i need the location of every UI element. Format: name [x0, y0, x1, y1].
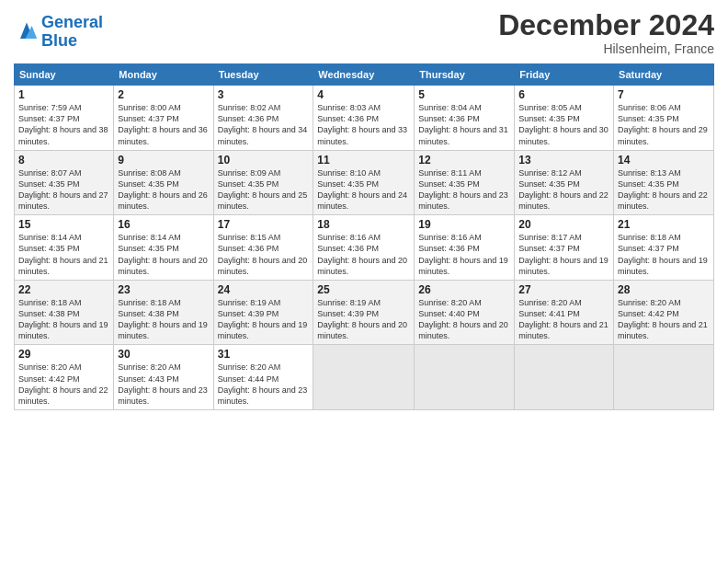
- day-info: Sunrise: 8:03 AM Sunset: 4:36 PM Dayligh…: [317, 102, 410, 147]
- calendar-row-1: 1 Sunrise: 7:59 AM Sunset: 4:37 PM Dayli…: [15, 86, 714, 151]
- day-cell-12: 12 Sunrise: 8:11 AM Sunset: 4:35 PM Dayl…: [415, 150, 515, 215]
- day-number: 1: [18, 88, 109, 101]
- day-number: 20: [518, 218, 609, 231]
- day-number: 3: [218, 88, 310, 101]
- day-cell-11: 11 Sunrise: 8:10 AM Sunset: 4:35 PM Dayl…: [313, 150, 415, 215]
- day-number: 25: [317, 283, 410, 296]
- day-info: Sunrise: 8:19 AM Sunset: 4:39 PM Dayligh…: [317, 297, 410, 342]
- logo-general: General: [41, 13, 103, 31]
- day-info: Sunrise: 8:17 AM Sunset: 4:37 PM Dayligh…: [518, 232, 609, 277]
- day-number: 14: [618, 154, 710, 167]
- header-friday: Friday: [515, 64, 614, 86]
- day-info: Sunrise: 8:02 AM Sunset: 4:36 PM Dayligh…: [218, 102, 310, 147]
- day-cell-17: 17 Sunrise: 8:15 AM Sunset: 4:36 PM Dayl…: [213, 215, 313, 281]
- title-block: December 2024 Hilsenheim, France: [498, 9, 714, 56]
- day-info: Sunrise: 8:16 AM Sunset: 4:36 PM Dayligh…: [317, 232, 410, 277]
- day-info: Sunrise: 8:20 AM Sunset: 4:42 PM Dayligh…: [618, 297, 710, 342]
- weekday-header-row: Sunday Monday Tuesday Wednesday Thursday…: [15, 64, 714, 86]
- day-cell-13: 13 Sunrise: 8:12 AM Sunset: 4:35 PM Dayl…: [515, 150, 614, 215]
- day-number: 21: [618, 218, 710, 231]
- day-number: 5: [418, 88, 510, 101]
- day-info: Sunrise: 8:11 AM Sunset: 4:35 PM Dayligh…: [418, 167, 510, 213]
- day-number: 30: [118, 348, 209, 361]
- day-info: Sunrise: 8:18 AM Sunset: 4:38 PM Dayligh…: [18, 297, 109, 342]
- logo-blue: Blue: [41, 31, 77, 50]
- day-number: 12: [418, 154, 510, 167]
- logo: General Blue: [14, 14, 103, 51]
- day-number: 6: [518, 88, 609, 101]
- day-number: 4: [317, 88, 410, 101]
- empty-cell: [313, 345, 415, 410]
- calendar-row-2: 8 Sunrise: 8:07 AM Sunset: 4:35 PM Dayli…: [15, 150, 714, 215]
- day-info: Sunrise: 8:18 AM Sunset: 4:37 PM Dayligh…: [618, 232, 710, 277]
- day-cell-25: 25 Sunrise: 8:19 AM Sunset: 4:39 PM Dayl…: [313, 280, 415, 345]
- day-number: 10: [218, 154, 310, 167]
- day-cell-5: 5 Sunrise: 8:04 AM Sunset: 4:36 PM Dayli…: [415, 86, 515, 151]
- day-number: 11: [317, 154, 410, 167]
- empty-cell: [515, 345, 614, 410]
- day-cell-22: 22 Sunrise: 8:18 AM Sunset: 4:38 PM Dayl…: [15, 280, 114, 345]
- header-sunday: Sunday: [15, 64, 114, 86]
- empty-cell: [614, 345, 714, 410]
- day-info: Sunrise: 8:00 AM Sunset: 4:37 PM Dayligh…: [118, 102, 209, 147]
- day-info: Sunrise: 8:10 AM Sunset: 4:35 PM Dayligh…: [317, 167, 410, 213]
- day-cell-27: 27 Sunrise: 8:20 AM Sunset: 4:41 PM Dayl…: [515, 280, 614, 345]
- day-number: 23: [118, 283, 209, 296]
- logo-icon: [14, 19, 40, 45]
- day-info: Sunrise: 8:12 AM Sunset: 4:35 PM Dayligh…: [518, 167, 609, 213]
- header: General Blue December 2024 Hilsenheim, F…: [14, 9, 714, 56]
- day-cell-1: 1 Sunrise: 7:59 AM Sunset: 4:37 PM Dayli…: [15, 86, 114, 151]
- day-number: 31: [218, 348, 310, 361]
- logo-text: General Blue: [41, 14, 103, 51]
- day-info: Sunrise: 8:08 AM Sunset: 4:35 PM Dayligh…: [118, 167, 209, 213]
- day-number: 2: [118, 88, 209, 101]
- day-number: 22: [18, 283, 109, 296]
- day-number: 7: [618, 88, 710, 101]
- day-number: 8: [18, 154, 109, 167]
- day-info: Sunrise: 8:09 AM Sunset: 4:35 PM Dayligh…: [218, 167, 310, 213]
- day-cell-19: 19 Sunrise: 8:16 AM Sunset: 4:36 PM Dayl…: [415, 215, 515, 281]
- day-cell-8: 8 Sunrise: 8:07 AM Sunset: 4:35 PM Dayli…: [15, 150, 114, 215]
- day-number: 24: [218, 283, 310, 296]
- day-number: 19: [418, 218, 510, 231]
- day-info: Sunrise: 8:20 AM Sunset: 4:40 PM Dayligh…: [418, 297, 510, 342]
- day-info: Sunrise: 7:59 AM Sunset: 4:37 PM Dayligh…: [18, 102, 109, 147]
- day-number: 9: [118, 154, 209, 167]
- day-cell-6: 6 Sunrise: 8:05 AM Sunset: 4:35 PM Dayli…: [515, 86, 614, 151]
- day-info: Sunrise: 8:15 AM Sunset: 4:36 PM Dayligh…: [218, 232, 310, 277]
- day-info: Sunrise: 8:14 AM Sunset: 4:35 PM Dayligh…: [18, 232, 109, 277]
- calendar-row-3: 15 Sunrise: 8:14 AM Sunset: 4:35 PM Dayl…: [15, 215, 714, 281]
- day-cell-4: 4 Sunrise: 8:03 AM Sunset: 4:36 PM Dayli…: [313, 86, 415, 151]
- page: General Blue December 2024 Hilsenheim, F…: [0, 0, 728, 563]
- calendar-table: Sunday Monday Tuesday Wednesday Thursday…: [14, 63, 714, 410]
- day-cell-29: 29 Sunrise: 8:20 AM Sunset: 4:42 PM Dayl…: [15, 345, 114, 410]
- day-cell-15: 15 Sunrise: 8:14 AM Sunset: 4:35 PM Dayl…: [15, 215, 114, 281]
- day-info: Sunrise: 8:20 AM Sunset: 4:44 PM Dayligh…: [218, 362, 310, 407]
- day-number: 26: [418, 283, 510, 296]
- day-cell-16: 16 Sunrise: 8:14 AM Sunset: 4:35 PM Dayl…: [114, 215, 213, 281]
- day-cell-20: 20 Sunrise: 8:17 AM Sunset: 4:37 PM Dayl…: [515, 215, 614, 281]
- day-cell-26: 26 Sunrise: 8:20 AM Sunset: 4:40 PM Dayl…: [415, 280, 515, 345]
- day-info: Sunrise: 8:20 AM Sunset: 4:43 PM Dayligh…: [118, 362, 209, 407]
- calendar-row-5: 29 Sunrise: 8:20 AM Sunset: 4:42 PM Dayl…: [15, 345, 714, 410]
- location-title: Hilsenheim, France: [498, 41, 714, 56]
- day-info: Sunrise: 8:16 AM Sunset: 4:36 PM Dayligh…: [418, 232, 510, 277]
- day-info: Sunrise: 8:05 AM Sunset: 4:35 PM Dayligh…: [518, 102, 609, 147]
- day-cell-14: 14 Sunrise: 8:13 AM Sunset: 4:35 PM Dayl…: [614, 150, 714, 215]
- day-info: Sunrise: 8:04 AM Sunset: 4:36 PM Dayligh…: [418, 102, 510, 147]
- day-number: 13: [518, 154, 609, 167]
- header-tuesday: Tuesday: [213, 64, 313, 86]
- header-thursday: Thursday: [415, 64, 515, 86]
- day-number: 17: [218, 218, 310, 231]
- day-number: 29: [18, 348, 109, 361]
- day-info: Sunrise: 8:14 AM Sunset: 4:35 PM Dayligh…: [118, 232, 209, 277]
- day-number: 15: [18, 218, 109, 231]
- day-cell-18: 18 Sunrise: 8:16 AM Sunset: 4:36 PM Dayl…: [313, 215, 415, 281]
- day-cell-24: 24 Sunrise: 8:19 AM Sunset: 4:39 PM Dayl…: [213, 280, 313, 345]
- day-info: Sunrise: 8:13 AM Sunset: 4:35 PM Dayligh…: [618, 167, 710, 213]
- day-number: 27: [518, 283, 609, 296]
- day-number: 16: [118, 218, 209, 231]
- day-info: Sunrise: 8:19 AM Sunset: 4:39 PM Dayligh…: [218, 297, 310, 342]
- day-info: Sunrise: 8:07 AM Sunset: 4:35 PM Dayligh…: [18, 167, 109, 213]
- empty-cell: [415, 345, 515, 410]
